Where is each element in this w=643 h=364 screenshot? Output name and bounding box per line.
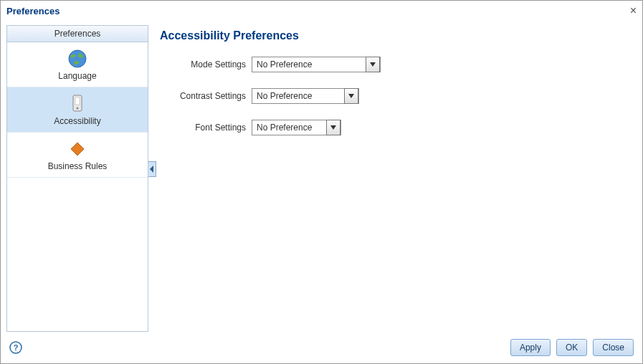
help-icon[interactable]: ? <box>9 341 22 354</box>
apply-button[interactable]: Apply <box>510 339 551 356</box>
font-settings-label: Font Settings <box>160 123 252 133</box>
svg-marker-7 <box>348 94 354 98</box>
accessibility-icon <box>65 93 90 115</box>
sidebar-collapse-handle[interactable] <box>148 161 156 177</box>
ok-button[interactable]: OK <box>556 339 587 356</box>
diamond-icon <box>65 138 90 160</box>
svg-marker-4 <box>71 143 84 155</box>
form-row-contrast: Contrast Settings No Preference <box>160 88 637 104</box>
close-icon[interactable]: × <box>630 5 637 16</box>
svg-text:?: ? <box>14 343 19 352</box>
sidebar-header: Preferences <box>7 26 148 42</box>
font-settings-select[interactable]: No Preference <box>252 120 341 135</box>
svg-marker-6 <box>370 62 376 67</box>
chevron-down-icon[interactable] <box>326 120 340 135</box>
mode-settings-value: No Preference <box>252 59 366 70</box>
svg-marker-8 <box>330 125 336 130</box>
svg-rect-2 <box>75 97 80 105</box>
contrast-settings-label: Contrast Settings <box>160 91 252 101</box>
chevron-down-icon[interactable] <box>344 88 358 104</box>
sidebar: Preferences Language <box>6 25 148 332</box>
title-bar: Preferences × <box>1 1 642 21</box>
chevron-down-icon[interactable] <box>366 57 380 72</box>
sidebar-item-label: Language <box>58 71 96 81</box>
form-row-font: Font Settings No Preference <box>160 120 637 135</box>
svg-point-0 <box>69 50 86 67</box>
sidebar-item-accessibility[interactable]: Accessibility <box>7 87 148 133</box>
sidebar-spacer <box>7 178 148 331</box>
close-button[interactable]: Close <box>593 339 634 356</box>
globe-icon <box>65 48 90 70</box>
sidebar-item-label: Accessibility <box>54 116 100 126</box>
contrast-settings-value: No Preference <box>252 91 344 101</box>
main-panel: Accessibility Preferences Mode Settings … <box>148 25 637 332</box>
preferences-dialog: Preferences × Preferences Language <box>0 0 643 364</box>
svg-marker-5 <box>150 166 153 173</box>
font-settings-value: No Preference <box>252 123 326 133</box>
mode-settings-select[interactable]: No Preference <box>252 57 381 72</box>
sidebar-item-language[interactable]: Language <box>7 42 148 87</box>
page-title: Accessibility Preferences <box>160 29 637 42</box>
svg-point-3 <box>77 107 79 110</box>
body-area: Preferences Language <box>1 21 642 332</box>
mode-settings-label: Mode Settings <box>160 59 252 70</box>
form-row-mode: Mode Settings No Preference <box>160 57 637 72</box>
dialog-title: Preferences <box>6 6 59 16</box>
sidebar-item-label: Business Rules <box>48 161 108 171</box>
footer: ? Apply OK Close <box>1 332 642 363</box>
contrast-settings-select[interactable]: No Preference <box>252 88 359 104</box>
sidebar-item-business-rules[interactable]: Business Rules <box>7 133 148 178</box>
